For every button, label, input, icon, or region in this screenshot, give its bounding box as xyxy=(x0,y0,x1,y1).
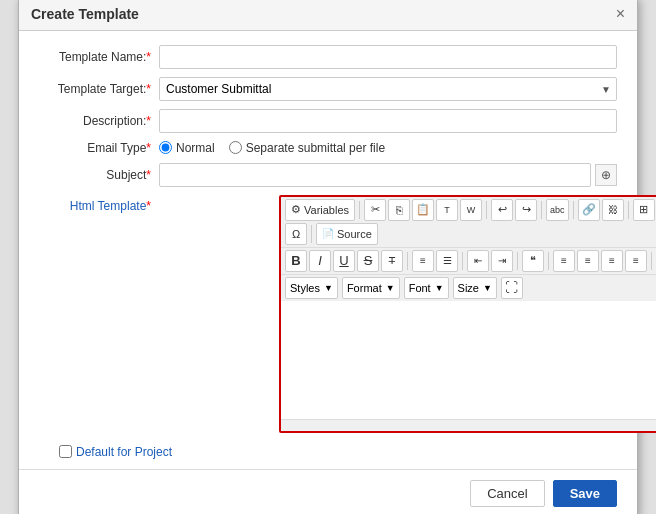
toolbar-row-3: Styles ▼ Format ▼ Font ▼ Size xyxy=(281,275,656,301)
font-arrow-icon: ▼ xyxy=(435,283,444,293)
template-name-input[interactable] xyxy=(159,45,617,69)
subject-input-wrapper xyxy=(159,163,591,187)
dialog-footer: Cancel Save xyxy=(19,469,637,515)
toolbar-separator-5 xyxy=(628,201,629,219)
html-template-row: Html Template* ⚙ Variables ✂ ⎘ 📋 T xyxy=(39,195,617,437)
dialog-title: Create Template xyxy=(31,6,139,22)
template-target-row: Template Target:* Customer Submittal ▼ xyxy=(39,77,617,101)
size-dropdown[interactable]: Size ▼ xyxy=(453,277,497,299)
toolbar-separator-8 xyxy=(462,252,463,270)
styles-dropdown[interactable]: Styles ▼ xyxy=(285,277,338,299)
styles-arrow-icon: ▼ xyxy=(324,283,333,293)
toolbar-separator-3 xyxy=(541,201,542,219)
paste-button[interactable]: 📋 xyxy=(412,199,434,221)
font-dropdown[interactable]: Font ▼ xyxy=(404,277,449,299)
toolbar-separator-2 xyxy=(486,201,487,219)
paste-word-button[interactable]: W xyxy=(460,199,482,221)
underline-button[interactable]: U xyxy=(333,250,355,272)
default-project-row: Default for Project xyxy=(39,445,617,459)
toolbar-row-1: ⚙ Variables ✂ ⎘ 📋 T W ↩ ↪ abc xyxy=(281,197,656,248)
maximize-button[interactable]: ⛶ xyxy=(501,277,523,299)
variables-button[interactable]: ⚙ Variables xyxy=(285,199,355,221)
template-target-select[interactable]: Customer Submittal xyxy=(159,77,617,101)
default-project-checkbox[interactable] xyxy=(59,445,72,458)
remove-format-button[interactable]: T̶ xyxy=(381,250,403,272)
variables-icon: ⚙ xyxy=(291,203,301,216)
copy-button[interactable]: ⎘ xyxy=(388,199,410,221)
template-name-row: Template Name:* xyxy=(39,45,617,69)
template-target-label: Template Target:* xyxy=(39,82,159,96)
format-dropdown[interactable]: Format ▼ xyxy=(342,277,400,299)
undo-button[interactable]: ↩ xyxy=(491,199,513,221)
indent-button[interactable]: ⇥ xyxy=(491,250,513,272)
find-replace-button[interactable]: abc xyxy=(546,199,569,221)
description-label: Description:* xyxy=(39,114,159,128)
subject-expand-button[interactable]: ⊕ xyxy=(595,164,617,186)
radio-normal[interactable] xyxy=(159,141,172,154)
radio-normal-label[interactable]: Normal xyxy=(159,141,215,155)
toolbar-separator-11 xyxy=(651,252,652,270)
special-char-button[interactable]: Ω xyxy=(285,223,307,245)
template-name-label: Template Name:* xyxy=(39,50,159,64)
subject-row: Subject* ⊕ xyxy=(39,163,617,187)
unordered-list-button[interactable]: ☰ xyxy=(436,250,458,272)
align-center-button[interactable]: ≡ xyxy=(577,250,599,272)
horizontal-scrollbar[interactable] xyxy=(281,419,656,431)
format-arrow-icon: ▼ xyxy=(386,283,395,293)
subject-input[interactable] xyxy=(159,163,591,187)
editor-content-area[interactable] xyxy=(281,301,656,431)
ordered-list-button[interactable]: ≡ xyxy=(412,250,434,272)
description-row: Description:* xyxy=(39,109,617,133)
toolbar-separator-7 xyxy=(407,252,408,270)
italic-button[interactable]: I xyxy=(309,250,331,272)
email-type-label: Email Type* xyxy=(39,141,159,155)
toolbar-separator-4 xyxy=(573,201,574,219)
toolbar-row-2: B I U S T̶ ≡ ☰ ⇤ ⇥ ❝ ≡ xyxy=(281,248,656,275)
dialog-body: Template Name:* Template Target:* Custom… xyxy=(19,31,637,469)
align-right-button[interactable]: ≡ xyxy=(601,250,623,272)
toolbar-separator-10 xyxy=(548,252,549,270)
link-button[interactable]: 🔗 xyxy=(578,199,600,221)
toolbar-separator-1 xyxy=(359,201,360,219)
email-type-row: Email Type* Normal Separate submittal pe… xyxy=(39,141,617,155)
size-arrow-icon: ▼ xyxy=(483,283,492,293)
radio-separate[interactable] xyxy=(229,141,242,154)
editor-body[interactable] xyxy=(281,301,656,431)
bold-button[interactable]: B xyxy=(285,250,307,272)
cut-button[interactable]: ✂ xyxy=(364,199,386,221)
unlink-button[interactable]: ⛓ xyxy=(602,199,624,221)
source-button[interactable]: 📄 Source xyxy=(316,223,378,245)
editor-wrapper: ⚙ Variables ✂ ⎘ 📋 T W ↩ ↪ abc xyxy=(159,195,656,437)
align-justify-button[interactable]: ≡ xyxy=(625,250,647,272)
dialog-title-bar: Create Template × xyxy=(19,0,637,31)
source-icon: 📄 xyxy=(322,228,334,239)
redo-button[interactable]: ↪ xyxy=(515,199,537,221)
paste-text-button[interactable]: T xyxy=(436,199,458,221)
toolbar-separator-9 xyxy=(517,252,518,270)
blockquote-button[interactable]: ❝ xyxy=(522,250,544,272)
save-button[interactable]: Save xyxy=(553,480,617,507)
align-left-button[interactable]: ≡ xyxy=(553,250,575,272)
close-button[interactable]: × xyxy=(616,6,625,22)
outdent-button[interactable]: ⇤ xyxy=(467,250,489,272)
editor-container: ⚙ Variables ✂ ⎘ 📋 T W ↩ ↪ abc xyxy=(279,195,656,433)
email-type-radio-group: Normal Separate submittal per file xyxy=(159,141,385,155)
template-target-select-wrapper: Customer Submittal ▼ xyxy=(159,77,617,101)
subject-label: Subject* xyxy=(39,168,159,182)
create-template-dialog: Create Template × Template Name:* Templa… xyxy=(18,0,638,514)
cancel-button[interactable]: Cancel xyxy=(470,480,544,507)
toolbar-separator-6 xyxy=(311,225,312,243)
radio-separate-label[interactable]: Separate submittal per file xyxy=(229,141,385,155)
table-button[interactable]: ⊞ xyxy=(633,199,655,221)
strikethrough-button[interactable]: S xyxy=(357,250,379,272)
default-project-label[interactable]: Default for Project xyxy=(59,445,172,459)
html-template-label: Html Template* xyxy=(39,195,159,213)
description-input[interactable] xyxy=(159,109,617,133)
